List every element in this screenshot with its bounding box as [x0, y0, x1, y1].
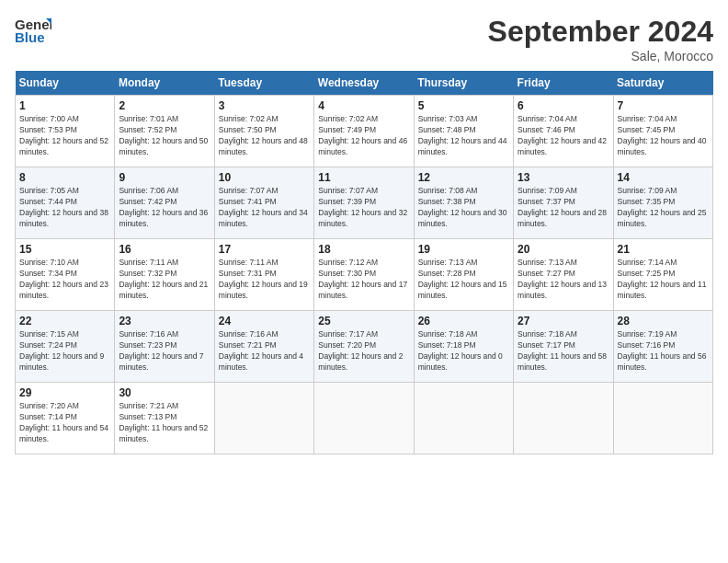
- table-row: 22Sunrise: 7:15 AMSunset: 7:24 PMDayligh…: [16, 311, 115, 383]
- table-row: 15Sunrise: 7:10 AMSunset: 7:34 PMDayligh…: [16, 239, 115, 311]
- table-row: 20Sunrise: 7:13 AMSunset: 7:27 PMDayligh…: [514, 239, 613, 311]
- calendar-week-row: 1Sunrise: 7:00 AMSunset: 7:53 PMDaylight…: [16, 96, 713, 167]
- table-row: 28Sunrise: 7:19 AMSunset: 7:16 PMDayligh…: [613, 311, 712, 383]
- calendar-week-row: 8Sunrise: 7:05 AMSunset: 7:44 PMDaylight…: [16, 167, 713, 239]
- calendar-table: Sunday Monday Tuesday Wednesday Thursday…: [15, 71, 713, 454]
- table-row: 4Sunrise: 7:02 AMSunset: 7:49 PMDaylight…: [314, 96, 414, 167]
- table-row: 16Sunrise: 7:11 AMSunset: 7:32 PMDayligh…: [115, 239, 214, 311]
- table-row: 11Sunrise: 7:07 AMSunset: 7:39 PMDayligh…: [314, 167, 414, 239]
- calendar-body: 1Sunrise: 7:00 AMSunset: 7:53 PMDaylight…: [16, 96, 713, 454]
- table-row: 14Sunrise: 7:09 AMSunset: 7:35 PMDayligh…: [613, 167, 712, 239]
- table-row: 21Sunrise: 7:14 AMSunset: 7:25 PMDayligh…: [613, 239, 712, 311]
- table-row: 26Sunrise: 7:18 AMSunset: 7:18 PMDayligh…: [414, 311, 513, 383]
- col-wednesday: Wednesday: [314, 71, 414, 96]
- svg-text:Blue: Blue: [15, 29, 45, 45]
- col-friday: Friday: [514, 71, 613, 96]
- col-tuesday: Tuesday: [214, 71, 313, 96]
- table-row: 2Sunrise: 7:01 AMSunset: 7:52 PMDaylight…: [115, 96, 214, 167]
- table-row: 5Sunrise: 7:03 AMSunset: 7:48 PMDaylight…: [414, 96, 513, 167]
- table-row: 25Sunrise: 7:17 AMSunset: 7:20 PMDayligh…: [314, 311, 414, 383]
- table-row: 12Sunrise: 7:08 AMSunset: 7:38 PMDayligh…: [414, 167, 513, 239]
- table-row: 18Sunrise: 7:12 AMSunset: 7:30 PMDayligh…: [314, 239, 414, 311]
- table-row: 10Sunrise: 7:07 AMSunset: 7:41 PMDayligh…: [214, 167, 313, 239]
- page-header: General Blue September 2024 Sale, Morocc…: [15, 15, 713, 63]
- logo: General Blue: [15, 15, 51, 48]
- calendar-week-row: 22Sunrise: 7:15 AMSunset: 7:24 PMDayligh…: [16, 311, 713, 383]
- location: Sale, Morocco: [488, 49, 713, 63]
- table-row: 6Sunrise: 7:04 AMSunset: 7:46 PMDaylight…: [514, 96, 613, 167]
- table-row: 19Sunrise: 7:13 AMSunset: 7:28 PMDayligh…: [414, 239, 513, 311]
- table-row: 30Sunrise: 7:21 AMSunset: 7:13 PMDayligh…: [115, 383, 214, 454]
- title-area: September 2024 Sale, Morocco: [488, 15, 713, 63]
- col-monday: Monday: [115, 71, 214, 96]
- table-row: 3Sunrise: 7:02 AMSunset: 7:50 PMDaylight…: [214, 96, 313, 167]
- table-row: 9Sunrise: 7:06 AMSunset: 7:42 PMDaylight…: [115, 167, 214, 239]
- table-row: [613, 383, 712, 454]
- col-sunday: Sunday: [16, 71, 115, 96]
- table-row: 17Sunrise: 7:11 AMSunset: 7:31 PMDayligh…: [214, 239, 313, 311]
- logo-icon: General Blue: [15, 15, 51, 48]
- table-row: [214, 383, 313, 454]
- table-row: 27Sunrise: 7:18 AMSunset: 7:17 PMDayligh…: [514, 311, 613, 383]
- table-row: 29Sunrise: 7:20 AMSunset: 7:14 PMDayligh…: [16, 383, 115, 454]
- col-saturday: Saturday: [613, 71, 712, 96]
- calendar-week-row: 29Sunrise: 7:20 AMSunset: 7:14 PMDayligh…: [16, 383, 713, 454]
- table-row: 24Sunrise: 7:16 AMSunset: 7:21 PMDayligh…: [214, 311, 313, 383]
- table-row: 23Sunrise: 7:16 AMSunset: 7:23 PMDayligh…: [115, 311, 214, 383]
- col-thursday: Thursday: [414, 71, 513, 96]
- table-row: 1Sunrise: 7:00 AMSunset: 7:53 PMDaylight…: [16, 96, 115, 167]
- table-row: 7Sunrise: 7:04 AMSunset: 7:45 PMDaylight…: [613, 96, 712, 167]
- table-row: [314, 383, 414, 454]
- calendar-week-row: 15Sunrise: 7:10 AMSunset: 7:34 PMDayligh…: [16, 239, 713, 311]
- calendar-header-row: Sunday Monday Tuesday Wednesday Thursday…: [16, 71, 713, 96]
- month-title: September 2024: [488, 15, 713, 49]
- table-row: [414, 383, 513, 454]
- table-row: [514, 383, 613, 454]
- table-row: 8Sunrise: 7:05 AMSunset: 7:44 PMDaylight…: [16, 167, 115, 239]
- table-row: 13Sunrise: 7:09 AMSunset: 7:37 PMDayligh…: [514, 167, 613, 239]
